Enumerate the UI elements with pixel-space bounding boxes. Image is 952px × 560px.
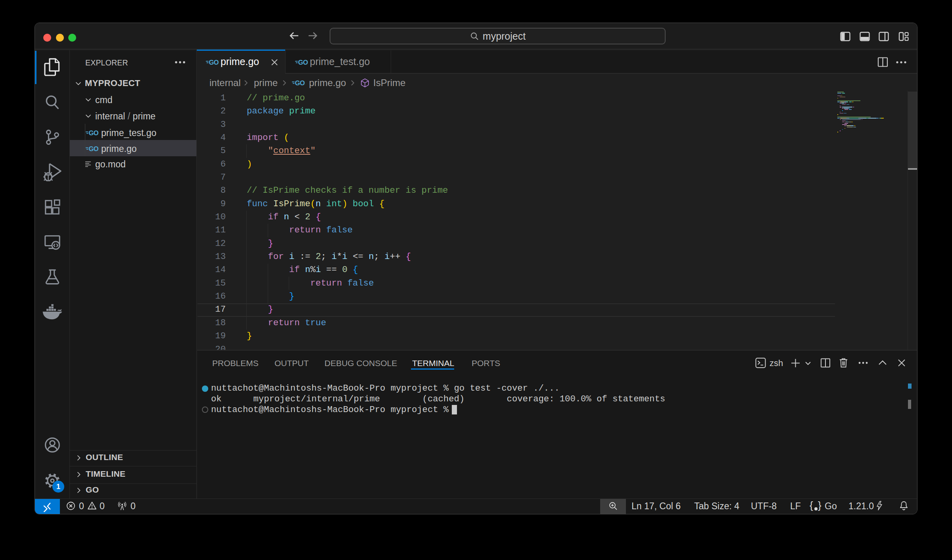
svg-text:GO: GO (89, 145, 99, 152)
svg-text:GO: GO (209, 59, 219, 66)
svg-text:GO: GO (298, 59, 308, 66)
svg-text:GO: GO (89, 129, 99, 136)
svg-text:GO: GO (295, 79, 305, 86)
